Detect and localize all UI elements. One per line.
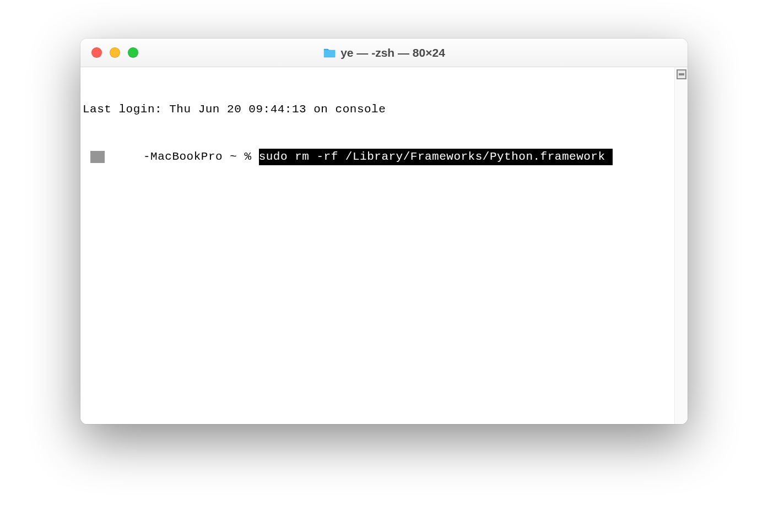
folder-icon — [323, 47, 336, 58]
zoom-button[interactable] — [128, 47, 138, 58]
minimize-button[interactable] — [110, 47, 120, 58]
traffic-lights — [80, 47, 138, 58]
last-login-line: Last login: Thu Jun 20 09:44:13 on conso… — [83, 102, 672, 117]
titlebar[interactable]: ye — -zsh — 80×24 — [80, 39, 688, 67]
prompt-prefix: -MacBookPro ~ % — [143, 149, 259, 165]
terminal-window: ye — -zsh — 80×24 Last login: Thu Jun 20… — [80, 39, 688, 424]
redacted-username — [90, 151, 105, 163]
command-input[interactable]: sudo rm -rf /Library/Frameworks/Python.f… — [259, 149, 613, 165]
prompt-line: -MacBookPro ~ % sudo rm -rf /Library/Fra… — [83, 149, 672, 165]
scrollbar-indicator-icon — [677, 69, 686, 79]
window-title-text: ye — -zsh — 80×24 — [340, 46, 445, 59]
window-title: ye — -zsh — 80×24 — [323, 46, 445, 59]
scrollbar[interactable] — [674, 67, 688, 424]
terminal-body: Last login: Thu Jun 20 09:44:13 on conso… — [80, 67, 688, 424]
close-button[interactable] — [91, 47, 102, 58]
terminal-content[interactable]: Last login: Thu Jun 20 09:44:13 on conso… — [80, 67, 674, 424]
